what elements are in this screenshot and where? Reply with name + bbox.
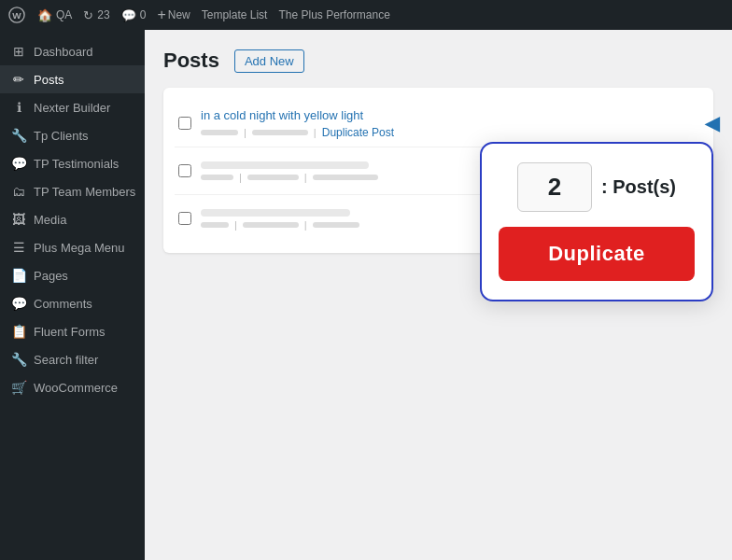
sidebar-item-dashboard[interactable]: ⊞ Dashboard (0, 37, 145, 65)
post-1-meta: | | Duplicate Post (201, 126, 698, 139)
pages-icon: 📄 (11, 268, 26, 283)
sidebar-item-fluent-forms[interactable]: 📋 Fluent Forms (0, 317, 145, 345)
sidebar-item-tp-testimonials[interactable]: 💬 TP Testimonials (0, 149, 145, 177)
admin-bar-new[interactable]: + New (157, 7, 190, 23)
sidebar-item-search-filter-label: Search filter (34, 353, 98, 367)
meta-bar-5 (313, 175, 378, 180)
nexter-builder-icon: ℹ (11, 100, 26, 115)
mega-menu-icon: ☰ (11, 240, 26, 255)
admin-bar-plus-performance[interactable]: The Plus Performance (278, 8, 389, 21)
sidebar-item-tp-testimonials-label: TP Testimonials (34, 157, 119, 171)
plus-icon: + (157, 7, 165, 23)
tp-testimonials-icon: 💬 (11, 156, 26, 171)
admin-bar-qa-label: QA (56, 8, 72, 21)
media-icon: 🖼 (11, 212, 26, 227)
meta-bar-7 (243, 222, 299, 228)
admin-bar: W 🏠 QA ↻ 23 💬 0 + New Template List The … (0, 0, 732, 30)
sidebar-item-pages-label: Pages (34, 269, 68, 283)
posts-icon: ✏ (11, 72, 26, 87)
post-2-checkbox[interactable] (178, 164, 191, 177)
sidebar-item-plus-mega-menu-label: Plus Mega Menu (34, 241, 125, 255)
main-layout: ⊞ Dashboard ✏ Posts ℹ Nexter Builder 🔧 T… (0, 30, 732, 560)
sidebar-item-comments[interactable]: 💬 Comments (0, 289, 145, 317)
post-3-checkbox[interactable] (178, 212, 191, 225)
separator-6: | (304, 219, 307, 231)
screenshot-wrapper: W 🏠 QA ↻ 23 💬 0 + New Template List The … (0, 0, 732, 560)
posts-header: Posts Add New (163, 49, 713, 73)
home-icon: 🏠 (37, 8, 52, 22)
duplicate-post-link[interactable]: Duplicate Post (322, 126, 394, 139)
post-3-title-placeholder (201, 209, 350, 217)
admin-bar-updates[interactable]: ↻ 23 (83, 8, 109, 22)
sidebar-item-woocommerce-label: WooCommerce (34, 381, 118, 395)
comments-sidebar-icon: 💬 (11, 296, 26, 311)
duplicate-button[interactable]: Duplicate (499, 227, 695, 281)
main-content: Posts Add New in a cold night with yello… (145, 30, 732, 560)
sidebar: ⊞ Dashboard ✏ Posts ℹ Nexter Builder 🔧 T… (0, 30, 145, 560)
search-filter-icon: 🔧 (11, 352, 26, 367)
sidebar-item-posts-label: Posts (34, 73, 64, 87)
post-1-title[interactable]: in a cold night with yellow light (201, 108, 363, 122)
sidebar-item-plus-mega-menu[interactable]: ☰ Plus Mega Menu (0, 233, 145, 261)
plus-performance-label: The Plus Performance (278, 8, 389, 21)
sidebar-item-nexter-builder-label: Nexter Builder (34, 101, 110, 115)
sidebar-item-search-filter[interactable]: 🔧 Search filter (0, 345, 145, 373)
sidebar-item-dashboard-label: Dashboard (34, 45, 93, 59)
table-row: in a cold night with yellow light | | Du… (175, 99, 702, 147)
tp-team-icon: 🗂 (11, 184, 26, 199)
dashboard-icon: ⊞ (11, 44, 26, 59)
template-list-label: Template List (202, 8, 268, 21)
arrow-indicator: ◀ (705, 112, 719, 134)
separator-4: | (304, 172, 307, 183)
popup-count-box[interactable]: 2 (517, 162, 592, 212)
admin-bar-comments[interactable]: 💬 0 (121, 8, 147, 22)
wp-logo[interactable]: W (7, 6, 26, 24)
sidebar-item-woocommerce[interactable]: 🛒 WooCommerce (0, 373, 145, 401)
sidebar-item-nexter-builder[interactable]: ℹ Nexter Builder (0, 93, 145, 121)
add-new-button[interactable]: Add New (234, 49, 304, 73)
sidebar-item-media-label: Media (34, 213, 66, 227)
popup-count: 2 (548, 173, 561, 201)
page-title: Posts (163, 49, 219, 73)
svg-text:W: W (12, 10, 21, 21)
sidebar-item-tp-team-members[interactable]: 🗂 TP Team Members (0, 177, 145, 205)
woocommerce-icon: 🛒 (11, 380, 26, 395)
admin-bar-new-label: New (168, 8, 190, 21)
comments-icon: 💬 (121, 8, 136, 22)
sidebar-item-media[interactable]: 🖼 Media (0, 205, 145, 233)
separator-5: | (234, 219, 237, 231)
sidebar-item-tp-clients[interactable]: 🔧 Tp Clients (0, 121, 145, 149)
sidebar-item-tp-team-label: TP Team Members (34, 185, 135, 199)
admin-bar-template-list[interactable]: Template List (202, 8, 268, 21)
admin-bar-qa[interactable]: 🏠 QA (37, 8, 72, 22)
popup-posts-label: : Post(s) (601, 176, 676, 198)
meta-bar-1 (201, 130, 238, 135)
sidebar-item-fluent-forms-label: Fluent Forms (34, 325, 106, 339)
fluent-forms-icon: 📋 (11, 324, 26, 339)
admin-bar-comments-count: 0 (140, 8, 147, 21)
sidebar-item-posts[interactable]: ✏ Posts (0, 65, 145, 93)
post-2-title-placeholder (201, 161, 369, 169)
separator-3: | (239, 172, 242, 183)
meta-bar-2 (252, 130, 308, 135)
popup-count-row: 2 : Post(s) (499, 162, 695, 212)
separator-1: | (244, 127, 246, 138)
post-1-checkbox[interactable] (178, 117, 191, 130)
separator-2: | (314, 127, 317, 138)
admin-bar-updates-count: 23 (97, 8, 109, 21)
meta-bar-8 (313, 222, 359, 228)
meta-bar-4 (247, 175, 299, 180)
meta-bar-3 (201, 175, 233, 180)
meta-bar-6 (201, 222, 229, 228)
tp-clients-icon: 🔧 (11, 128, 26, 143)
updates-icon: ↻ (83, 8, 93, 22)
sidebar-item-comments-label: Comments (34, 297, 92, 311)
sidebar-item-tp-clients-label: Tp Clients (34, 129, 89, 143)
sidebar-item-pages[interactable]: 📄 Pages (0, 261, 145, 289)
duplicate-popup: 2 : Post(s) Duplicate (480, 142, 713, 301)
